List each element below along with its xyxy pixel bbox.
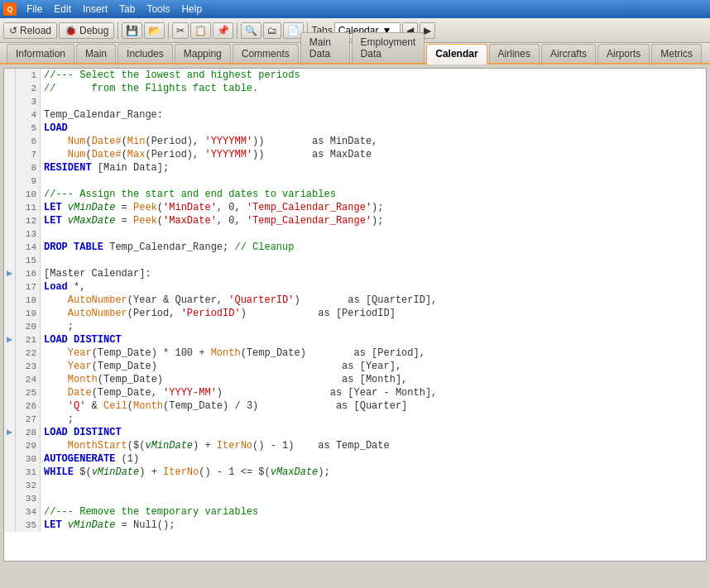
code-line-3 — [44, 95, 703, 108]
code-line-1: //--- Select the lowest and highest peri… — [44, 69, 703, 82]
code-line-23: Year(Temp_Date) as [Year], — [44, 360, 703, 373]
code-line-21: LOAD DISTINCT — [44, 333, 703, 347]
debug-button[interactable]: 🐞 Debug — [59, 22, 114, 39]
breakpoint-arrow-21: ▶ — [7, 333, 12, 347]
copy-icon: 📋 — [194, 25, 207, 36]
paste-icon: 📌 — [217, 25, 229, 36]
code-content[interactable]: //--- Select the lowest and highest peri… — [41, 69, 706, 532]
code-line-26: 'Q' & Ceil(Month(Temp_Date) / 3) as [Qua… — [44, 399, 703, 413]
menu-bar: Q File Edit Insert Tab Tools Help — [0, 0, 710, 18]
toolbar-separator-1 — [118, 22, 118, 39]
code-line-25: Date(Temp_Date, 'YYYY-MM') as [Year - Mo… — [44, 386, 703, 399]
open-icon: 📂 — [148, 25, 161, 36]
tab-main[interactable]: Main — [76, 44, 116, 63]
cut-icon: ✂ — [176, 25, 185, 36]
line-numbers: 1 2 3 4 5 6 7 8 9 10 11 12 13 14 15 16 1… — [16, 69, 41, 532]
code-line-13 — [44, 227, 703, 241]
code-line-12: LET vMaxDate = Peek('MaxDate', 0, 'Temp_… — [44, 214, 703, 227]
code-line-16: [Master Calendar]: — [44, 267, 703, 280]
toolbar-separator-3 — [237, 22, 237, 39]
tab-includes[interactable]: Includes — [118, 44, 173, 63]
code-line-27: ; — [44, 413, 703, 426]
breakpoint-arrow-16: ▶ — [7, 267, 12, 280]
replace-icon: 📄 — [287, 25, 300, 36]
code-line-32 — [44, 479, 703, 492]
code-line-34: //--- Remove the temporary variables — [44, 505, 703, 519]
code-line-15 — [44, 254, 703, 267]
code-line-30: AUTOGENERATE (1) — [44, 452, 703, 466]
tab-aircrafts[interactable]: Aircrafts — [541, 44, 596, 63]
code-line-17: Load *, — [44, 280, 703, 294]
code-line-31: WHILE $(vMinDate) + IterNo() - 1 <= $(vM… — [44, 466, 703, 479]
code-line-4: Temp_Calendar_Range: — [44, 108, 703, 122]
tab-main-data[interactable]: Main Data — [300, 32, 350, 63]
tab-bar: Information Main Includes Mapping Commen… — [0, 43, 710, 65]
copy-button[interactable]: 📋 — [190, 22, 211, 39]
code-line-20: ; — [44, 320, 703, 333]
toolbar-separator-2 — [168, 22, 169, 39]
open-button[interactable]: 📂 — [144, 22, 165, 39]
breakpoint-column: ▶ ▶ ▶ — [4, 69, 16, 532]
tab-airlines[interactable]: Airlines — [489, 44, 540, 63]
tab-employment-data[interactable]: Employment Data — [352, 32, 425, 63]
menu-edit[interactable]: Edit — [49, 2, 76, 17]
code-line-5: LOAD — [44, 122, 703, 135]
code-line-11: LET vMinDate = Peek('MinDate', 0, 'Temp_… — [44, 201, 703, 214]
breakpoint-arrow-28: ▶ — [7, 426, 12, 439]
code-line-28: LOAD DISTINCT — [44, 426, 703, 439]
code-line-19: AutoNumber(Period, 'PeriodID') as [Perio… — [44, 307, 703, 320]
save-button[interactable]: 💾 — [122, 22, 142, 39]
debug-icon: 🐞 — [65, 25, 77, 36]
code-line-24: Month(Temp_Date) as [Month], — [44, 373, 703, 386]
find-button[interactable]: 🗂 — [263, 22, 281, 39]
tab-mapping[interactable]: Mapping — [175, 44, 231, 63]
tab-airports[interactable]: Airports — [597, 44, 650, 63]
code-line-10: //--- Assign the start and end dates to … — [44, 188, 703, 201]
menu-file[interactable]: File — [22, 2, 47, 17]
save-icon: 💾 — [126, 25, 138, 36]
code-line-8: RESIDENT [Main Data]; — [44, 161, 703, 174]
code-editor[interactable]: ▶ ▶ ▶ 1 2 3 4 5 6 — [3, 68, 707, 562]
code-line-35: LET vMinDate = Null(); — [44, 519, 703, 532]
tab-comments[interactable]: Comments — [233, 44, 299, 63]
tab-information[interactable]: Information — [7, 44, 74, 63]
menu-help[interactable]: Help — [176, 2, 207, 17]
search-button[interactable]: 🔍 — [241, 22, 261, 39]
menu-tools[interactable]: Tools — [142, 2, 175, 17]
paste-button[interactable]: 📌 — [213, 22, 233, 39]
code-line-22: Year(Temp_Date) * 100 + Month(Temp_Date)… — [44, 347, 703, 360]
code-line-9 — [44, 174, 703, 188]
menu-insert[interactable]: Insert — [78, 2, 113, 17]
code-line-2: // from the Flights fact table. — [44, 82, 703, 95]
code-line-29: MonthStart($(vMinDate) + IterNo() - 1) a… — [44, 439, 703, 452]
app-logo: Q — [3, 2, 17, 16]
code-line-18: AutoNumber(Year & Quarter, 'QuarterID') … — [44, 294, 703, 307]
search-icon: 🔍 — [245, 25, 257, 36]
tab-metrics[interactable]: Metrics — [651, 44, 702, 63]
code-line-33 — [44, 492, 703, 505]
find-icon: 🗂 — [267, 25, 277, 36]
reload-icon: ↺ — [9, 25, 17, 36]
tab-calendar[interactable]: Calendar — [426, 44, 487, 65]
menu-tab[interactable]: Tab — [114, 2, 140, 17]
code-line-6: Num(Date#(Min(Period), 'YYYYMM')) as Min… — [44, 135, 703, 148]
code-line-14: DROP TABLE Temp_Calendar_Range; // Clean… — [44, 241, 703, 254]
reload-button[interactable]: ↺ Reload — [3, 22, 57, 39]
cut-button[interactable]: ✂ — [172, 22, 189, 39]
code-line-7: Num(Date#(Max(Period), 'YYYYMM')) as Max… — [44, 148, 703, 161]
